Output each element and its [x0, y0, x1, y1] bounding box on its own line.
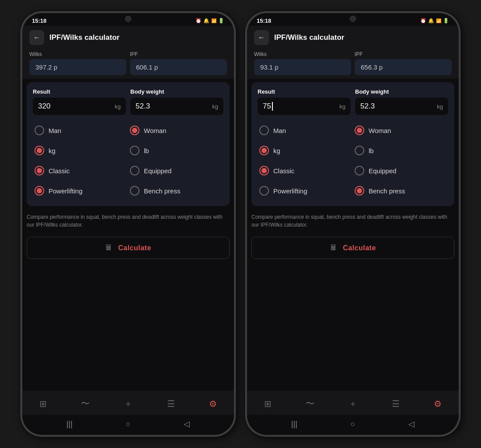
- result-label-right: Result: [258, 88, 351, 95]
- description-right: Compare performance in squat, bench pres…: [251, 213, 454, 229]
- description-left: Compare performance in squat, bench pres…: [27, 213, 230, 229]
- nav-home-left[interactable]: ⊞: [32, 397, 54, 411]
- radio-classic-right[interactable]: Classic: [258, 161, 353, 180]
- input-row-left: Result 320 kg Body weight 52.3 kg: [33, 88, 223, 115]
- scores-values-right: 93.1 p 656.3 p: [254, 59, 452, 75]
- nav-add-left[interactable]: ＋: [117, 396, 139, 411]
- radio-circle-equipped-right: [355, 166, 364, 175]
- result-unit-right: kg: [339, 103, 345, 110]
- back-arrow-icon: ←: [33, 34, 40, 42]
- radio-label-man-right: Man: [273, 127, 286, 134]
- calculate-button-right[interactable]: 🖩 Calculate: [251, 237, 454, 259]
- bottom-nav-right: ⊞ 〜 ＋ ☰ ⚙: [247, 391, 459, 415]
- signal-icon-right: 📶: [436, 18, 441, 23]
- radio-label-benchpress-left: Bench press: [144, 187, 180, 195]
- radio-equipped-left[interactable]: Equipped: [128, 161, 223, 180]
- radio-equipped-right[interactable]: Equipped: [353, 161, 448, 180]
- scores-labels-left: Wilks IPF: [29, 51, 227, 57]
- radio-label-benchpress-right: Bench press: [369, 187, 405, 195]
- status-icons-right: ⏰ 🔔 📶 🔋: [420, 18, 449, 24]
- battery-icon-right: 🔋: [443, 18, 449, 24]
- radio-benchpress-right[interactable]: Bench press: [353, 182, 448, 200]
- radio-circle-benchpress-right: [355, 186, 364, 196]
- app-content-left: ← IPF/Wilks calculator Wilks IPF 397.2 p…: [22, 26, 234, 435]
- radio-kg-right[interactable]: kg: [258, 141, 353, 160]
- nav-settings-right[interactable]: ⚙: [427, 397, 449, 411]
- nav-home-right[interactable]: ⊞: [257, 397, 279, 411]
- alarm-icon-right: ⏰: [420, 18, 426, 24]
- add-icon-right: ＋: [349, 398, 357, 410]
- sys-recents-right[interactable]: ◁: [408, 419, 415, 429]
- radio-kg-left[interactable]: kg: [33, 141, 128, 160]
- result-field-left[interactable]: 320 kg: [33, 98, 126, 115]
- back-button-left[interactable]: ←: [29, 30, 44, 45]
- sys-home-right[interactable]: ○: [351, 420, 356, 429]
- nav-list-left[interactable]: ☰: [160, 397, 182, 411]
- sys-back-left[interactable]: |||: [66, 420, 73, 429]
- result-label-left: Result: [33, 88, 126, 95]
- ipf-label-left: IPF: [130, 51, 227, 57]
- sys-back-right[interactable]: |||: [291, 420, 297, 429]
- nav-add-right[interactable]: ＋: [342, 396, 364, 411]
- nav-chart-left[interactable]: 〜: [74, 396, 97, 411]
- bodyweight-value-right: 52.3: [360, 102, 375, 111]
- calculate-button-left[interactable]: 🖩 Calculate: [27, 237, 230, 259]
- main-panel-left: Result 320 kg Body weight 52.3 kg: [27, 82, 230, 206]
- ipf-value-left: 606.1 p: [130, 59, 227, 75]
- bodyweight-field-left[interactable]: 52.3 kg: [130, 98, 223, 115]
- notification-icon: 🔔: [203, 18, 209, 24]
- nav-list-right[interactable]: ☰: [385, 397, 407, 411]
- sys-recents-left[interactable]: ◁: [184, 419, 190, 429]
- calculator-icon-right: 🖩: [330, 243, 338, 252]
- radio-powerlifting-left[interactable]: Powerlifting: [33, 182, 128, 200]
- radio-lb-left[interactable]: lb: [128, 141, 223, 160]
- result-field-right[interactable]: 75 kg: [258, 98, 351, 115]
- system-nav-right: ||| ○ ◁: [247, 415, 459, 435]
- home-icon-right: ⊞: [264, 399, 272, 409]
- radio-lb-right[interactable]: lb: [353, 141, 448, 160]
- scores-values-left: 397.2 p 606.1 p: [29, 59, 227, 75]
- calculator-icon-left: 🖩: [105, 243, 113, 252]
- scores-section-right: Wilks IPF 93.1 p 656.3 p: [247, 49, 459, 79]
- bodyweight-unit-right: kg: [437, 103, 443, 110]
- list-icon-right: ☰: [392, 399, 400, 409]
- wilks-value-left: 397.2 p: [29, 59, 126, 75]
- radio-circle-kg-left: [35, 146, 44, 155]
- notification-icon-right: 🔔: [428, 18, 434, 24]
- radio-man-left[interactable]: Man: [33, 121, 128, 140]
- wilks-label-right: Wilks: [254, 51, 351, 57]
- radio-label-woman-left: Woman: [144, 127, 166, 134]
- wilks-label-left: Wilks: [29, 51, 126, 57]
- page-title-right: IPF/Wilks calculator: [274, 33, 344, 42]
- nav-chart-right[interactable]: 〜: [299, 396, 321, 411]
- radio-benchpress-left[interactable]: Bench press: [128, 182, 223, 200]
- radio-classic-left[interactable]: Classic: [33, 161, 128, 180]
- bottom-nav-left: ⊞ 〜 ＋ ☰ ⚙: [22, 391, 234, 415]
- sys-home-left[interactable]: ○: [126, 420, 131, 429]
- calculate-label-right: Calculate: [343, 244, 376, 252]
- nav-settings-left[interactable]: ⚙: [202, 397, 224, 411]
- radio-label-kg-right: kg: [273, 147, 280, 154]
- bodyweight-group-right: Body weight 52.3 kg: [355, 88, 448, 115]
- radio-circle-man-left: [35, 126, 44, 135]
- settings-icon-right: ⚙: [434, 399, 442, 409]
- ipf-label-right: IPF: [355, 51, 452, 57]
- radio-woman-left[interactable]: Woman: [128, 121, 223, 140]
- bodyweight-field-right[interactable]: 52.3 kg: [355, 98, 448, 115]
- camera-notch: [125, 16, 131, 22]
- radio-woman-right[interactable]: Woman: [353, 121, 448, 140]
- radio-label-kg-left: kg: [49, 147, 56, 154]
- radio-powerlifting-right[interactable]: Powerlifting: [258, 182, 353, 200]
- radio-circle-lb-right: [355, 146, 364, 155]
- back-button-right[interactable]: ←: [254, 30, 269, 45]
- status-time-right: 15:18: [257, 18, 271, 24]
- result-value-right: 75: [263, 102, 273, 111]
- radio-man-right[interactable]: Man: [258, 121, 353, 140]
- radio-grid-right: Man Woman kg lb: [258, 121, 448, 200]
- radio-label-classic-right: Classic: [273, 167, 294, 175]
- radio-circle-powerlifting-left: [35, 186, 44, 196]
- result-unit-left: kg: [115, 103, 121, 110]
- radio-grid-left: Man Woman kg lb: [33, 121, 223, 200]
- back-arrow-icon-right: ←: [258, 34, 265, 42]
- result-value-left: 320: [38, 102, 50, 111]
